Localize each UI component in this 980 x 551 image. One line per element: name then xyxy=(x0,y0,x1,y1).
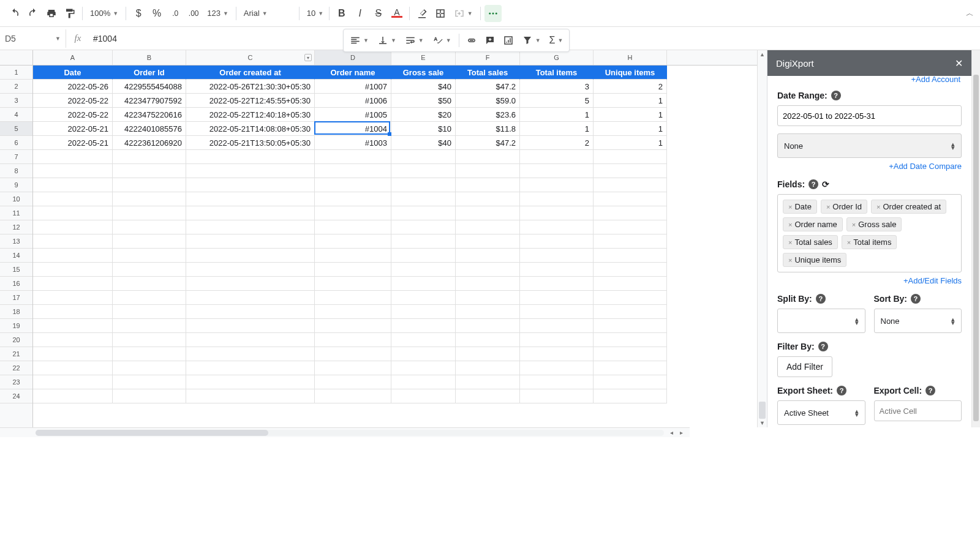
cell[interactable] xyxy=(391,361,456,375)
cell[interactable] xyxy=(594,361,667,375)
refresh-icon[interactable]: ⟳ xyxy=(822,179,829,189)
row-header[interactable]: 12 xyxy=(0,220,32,234)
field-chip[interactable]: ×Order Id xyxy=(821,200,867,214)
cell[interactable]: 2022-05-22T12:45:55+05:30 xyxy=(186,94,315,108)
cell[interactable] xyxy=(456,263,520,277)
cell[interactable]: $50 xyxy=(391,94,456,108)
decrease-decimal-icon[interactable]: .0 xyxy=(167,5,184,22)
add-filter-button[interactable]: Add Filter xyxy=(777,356,832,377)
cell[interactable]: 4223475220616 xyxy=(113,108,186,122)
redo-icon[interactable] xyxy=(24,5,42,22)
cell[interactable] xyxy=(594,347,667,361)
cell[interactable] xyxy=(456,347,520,361)
print-icon[interactable] xyxy=(43,5,60,22)
row-header[interactable]: 20 xyxy=(0,333,32,347)
percent-icon[interactable]: % xyxy=(148,5,165,22)
cell[interactable]: 1 xyxy=(594,122,667,136)
insert-comment-icon[interactable] xyxy=(481,32,499,49)
more-toolbar-icon[interactable] xyxy=(484,5,502,22)
text-wrap-dropdown[interactable]: ▼ xyxy=(401,32,428,49)
export-cell-input[interactable] xyxy=(874,400,962,421)
cell[interactable] xyxy=(113,389,186,403)
remove-chip-icon[interactable]: × xyxy=(788,203,792,211)
cell[interactable]: 5 xyxy=(520,94,594,108)
column-header-C[interactable]: C▾ xyxy=(186,50,315,65)
remove-chip-icon[interactable]: × xyxy=(788,239,792,246)
row-header[interactable]: 16 xyxy=(0,277,32,291)
cell[interactable] xyxy=(315,333,391,347)
row-header[interactable]: 17 xyxy=(0,291,32,305)
field-chip[interactable]: ×Gross sale xyxy=(846,217,902,231)
help-icon[interactable]: ? xyxy=(816,294,826,304)
cell[interactable] xyxy=(33,277,113,291)
row-header[interactable]: 13 xyxy=(0,234,32,249)
cell[interactable] xyxy=(391,333,456,347)
cell[interactable] xyxy=(315,375,391,389)
row-header[interactable]: 23 xyxy=(0,375,32,389)
row-header[interactable]: 15 xyxy=(0,263,32,277)
add-edit-fields-link[interactable]: +Add/Edit Fields xyxy=(777,276,962,285)
cell[interactable] xyxy=(33,206,113,220)
name-box[interactable]: D5▼ xyxy=(0,29,66,48)
cell[interactable] xyxy=(594,192,667,206)
cell[interactable] xyxy=(391,249,456,263)
cell[interactable]: 2022-05-22T12:40:18+05:30 xyxy=(186,108,315,122)
cell[interactable]: 3 xyxy=(520,80,594,94)
cell[interactable]: 2022-05-21 xyxy=(33,136,113,150)
cell[interactable] xyxy=(186,291,315,305)
cell[interactable] xyxy=(456,220,520,234)
formula-input[interactable]: #1004 xyxy=(89,34,121,43)
header-cell[interactable]: Date xyxy=(33,66,113,80)
cell[interactable] xyxy=(186,347,315,361)
number-format-dropdown[interactable]: 123▼ xyxy=(203,5,232,22)
row-header[interactable]: 3 xyxy=(0,94,32,108)
cell[interactable] xyxy=(391,277,456,291)
field-chip[interactable]: ×Total sales xyxy=(783,235,838,249)
cell[interactable] xyxy=(186,192,315,206)
help-icon[interactable]: ? xyxy=(837,386,846,395)
cell[interactable] xyxy=(33,249,113,263)
sheet-next-icon[interactable]: ▸ xyxy=(676,429,686,436)
insert-link-icon[interactable] xyxy=(463,32,480,49)
text-color-icon[interactable]: A xyxy=(388,5,405,22)
cell[interactable]: $47.2 xyxy=(456,136,520,150)
header-cell[interactable]: Order Id xyxy=(113,66,186,80)
cell[interactable] xyxy=(33,234,113,249)
cell[interactable] xyxy=(391,291,456,305)
cell[interactable] xyxy=(186,375,315,389)
cell[interactable] xyxy=(391,305,456,319)
cell[interactable] xyxy=(186,150,315,164)
fill-color-icon[interactable] xyxy=(413,5,431,22)
cell[interactable] xyxy=(520,164,594,178)
column-header-D[interactable]: D xyxy=(315,50,391,65)
cell[interactable] xyxy=(315,319,391,333)
cell[interactable] xyxy=(520,389,594,403)
cell[interactable] xyxy=(520,206,594,220)
cell[interactable] xyxy=(33,192,113,206)
cell[interactable] xyxy=(113,319,186,333)
cell[interactable]: $23.6 xyxy=(456,108,520,122)
field-chip[interactable]: ×Date xyxy=(783,200,817,214)
cell[interactable] xyxy=(186,220,315,234)
header-cell[interactable]: Total sales xyxy=(456,66,520,80)
field-chip[interactable]: ×Total items xyxy=(842,235,897,249)
cell[interactable] xyxy=(186,277,315,291)
remove-chip-icon[interactable]: × xyxy=(788,257,792,264)
select-all-corner[interactable] xyxy=(0,50,32,66)
cell[interactable] xyxy=(520,375,594,389)
sidebar-scrollbar[interactable] xyxy=(971,50,980,427)
help-icon[interactable]: ? xyxy=(809,179,818,189)
functions-dropdown[interactable]: Σ▼ xyxy=(546,32,567,49)
cell[interactable] xyxy=(520,150,594,164)
cell[interactable]: 1 xyxy=(520,122,594,136)
font-size-dropdown[interactable]: 10▼ xyxy=(303,5,325,22)
cell[interactable] xyxy=(33,150,113,164)
currency-icon[interactable]: $ xyxy=(130,5,147,22)
split-by-select[interactable]: ▴▾ xyxy=(777,309,865,333)
cell[interactable] xyxy=(456,361,520,375)
remove-chip-icon[interactable]: × xyxy=(847,239,851,246)
cell[interactable]: 2 xyxy=(520,136,594,150)
cell[interactable] xyxy=(113,192,186,206)
cell[interactable] xyxy=(113,234,186,249)
cell[interactable] xyxy=(520,249,594,263)
